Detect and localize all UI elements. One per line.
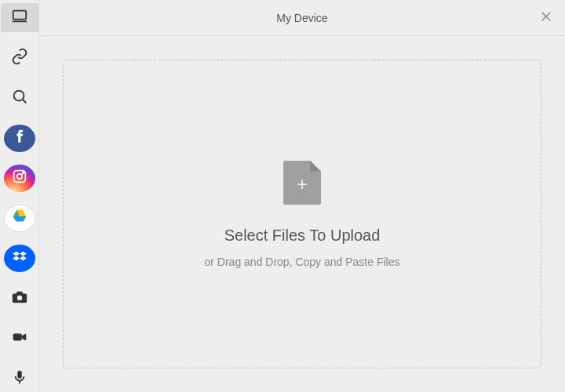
sidebar-item-facebook[interactable] [4, 125, 35, 152]
svg-point-7 [16, 295, 21, 299]
header: My Device [39, 0, 565, 36]
sidebar-item-camera[interactable] [4, 285, 35, 312]
sidebar-item-video[interactable] [4, 325, 35, 352]
sidebar-item-dropbox[interactable] [4, 245, 35, 272]
close-icon [539, 9, 553, 27]
svg-point-6 [22, 172, 24, 174]
main-panel: My Device + Select Files To Upload or Dr… [39, 0, 565, 392]
sidebar-item-link[interactable] [4, 45, 35, 72]
dropzone-subtitle: or Drag and Drop, Copy and Paste Files [204, 256, 399, 268]
link-icon [11, 48, 28, 68]
source-sidebar [0, 0, 39, 392]
svg-rect-8 [13, 333, 21, 340]
sidebar-item-search[interactable] [4, 85, 35, 112]
svg-point-2 [13, 91, 24, 101]
instagram-icon [11, 168, 28, 188]
content-area: + Select Files To Upload or Drag and Dro… [39, 36, 565, 392]
google-drive-icon [11, 208, 28, 228]
search-icon [11, 88, 28, 108]
sidebar-item-microphone[interactable] [4, 365, 35, 392]
facebook-icon [11, 128, 28, 148]
camera-icon [11, 289, 28, 309]
file-plus-icon: + [283, 161, 321, 205]
page-title: My Device [276, 12, 327, 24]
video-icon [11, 328, 28, 349]
microphone-icon [11, 368, 28, 389]
dropzone-title: Select Files To Upload [224, 227, 381, 245]
sidebar-item-google-drive[interactable] [4, 205, 35, 232]
close-button[interactable] [537, 9, 556, 27]
device-icon [11, 7, 28, 27]
file-dropzone[interactable]: + Select Files To Upload or Drag and Dro… [63, 60, 541, 368]
sidebar-item-my-device[interactable] [1, 3, 38, 32]
svg-rect-0 [13, 11, 26, 20]
svg-line-3 [22, 100, 26, 103]
dropbox-icon [11, 249, 28, 269]
svg-point-5 [16, 174, 21, 179]
sidebar-item-instagram[interactable] [4, 165, 35, 192]
svg-rect-9 [17, 370, 22, 378]
